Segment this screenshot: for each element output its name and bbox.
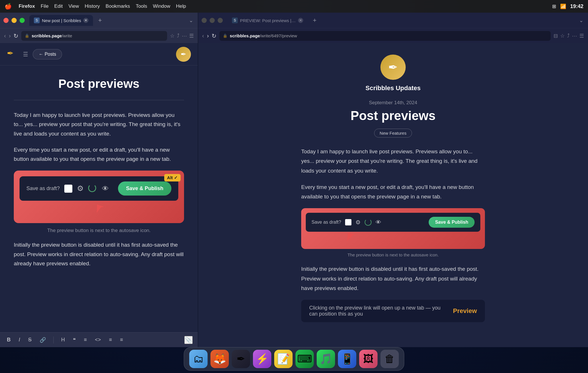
menu-edit[interactable]: Edit (54, 3, 63, 9)
menubar-control-center[interactable]: ⊞ (552, 3, 556, 9)
preview-caption: The preview button is next to the autosa… (347, 252, 439, 257)
apple-menu[interactable]: 🍎 (5, 3, 12, 10)
fmt-italic[interactable]: I (17, 335, 22, 345)
blog-avatar: ✒ (380, 55, 406, 80)
post-title: Post previews (14, 77, 184, 91)
menu-file[interactable]: File (41, 3, 49, 9)
preview-content: ✒ Scribbles Updates September 14th, 2024… (198, 43, 588, 347)
tab-close-left[interactable]: ✕ (83, 18, 88, 23)
menubar-wifi[interactable]: 📶 (560, 3, 566, 9)
traffic-light-close[interactable] (3, 18, 9, 23)
new-tab-btn-right[interactable]: + (310, 16, 319, 25)
tab-bar-chevron-left[interactable]: ⌄ (188, 16, 194, 25)
back-btn-right[interactable]: ‹ (202, 32, 204, 39)
reader-view-btn[interactable]: ⊟ (554, 33, 558, 39)
menu-bookmarks[interactable]: Bookmarks (106, 3, 130, 9)
tl-close-right[interactable] (202, 18, 207, 23)
forward-btn-right[interactable]: › (207, 32, 209, 39)
dock-item-finder[interactable]: 🗂 (189, 350, 208, 368)
browser-left: S New post | Scribbles ✕ + ⌄ ‹ › ↻ 🔒 scr… (0, 13, 198, 347)
dock-item-terminal[interactable]: ⌨ (295, 350, 314, 368)
editor-caption: The preview button is next to the autosa… (14, 228, 184, 233)
back-btn-left[interactable]: ‹ (4, 32, 6, 39)
fmt-link[interactable]: 🔗 (38, 335, 48, 345)
tab-bar-chevron-right[interactable]: ⌄ (578, 16, 585, 25)
dock-item-simulator[interactable]: 📱 (338, 350, 356, 368)
preview-bar-text: Clicking on the preview link will open u… (309, 305, 448, 317)
traffic-light-maximize[interactable] (20, 18, 25, 23)
menu-firefox[interactable]: Firefox (19, 3, 35, 9)
fmt-attach[interactable]: 📎 (184, 336, 193, 344)
menu-btn-left[interactable]: ☰ (189, 33, 194, 39)
fmt-list-ul[interactable]: ≡ (107, 335, 114, 345)
editor-area: ✒ ☰ ← Posts ✒ Post previews Today I am h… (0, 43, 198, 347)
post-paragraph-1: Today I am happy to launch live post pre… (14, 111, 184, 138)
tab-icon-left: S (34, 18, 40, 23)
save-publish-btn[interactable]: Save & Publish (118, 181, 171, 196)
refresh-btn-left[interactable]: ↻ (13, 32, 18, 39)
tab-bar-left: S New post | Scribbles ✕ + ⌄ (0, 13, 198, 28)
bookmark-star-left[interactable]: ☆ (170, 33, 175, 39)
tab-active-left[interactable]: S New post | Scribbles ✕ (29, 15, 93, 26)
hamburger-menu[interactable]: ☰ (23, 51, 28, 58)
fmt-align[interactable]: ≡ (82, 335, 89, 345)
fmt-bold[interactable]: B (5, 335, 12, 345)
refresh-btn-right[interactable]: ↻ (212, 32, 216, 39)
editor-header: ✒ ☰ ← Posts ✒ (0, 43, 198, 65)
share-btn-right[interactable]: ⤴ (567, 33, 570, 39)
draft-checkbox[interactable] (64, 185, 72, 193)
dock-item-trash[interactable]: 🗑 (380, 350, 399, 368)
forward-btn-left[interactable]: › (9, 32, 11, 39)
preview-toolbar: Save as draft? ⚙ 👁 Save & Publish (306, 213, 480, 232)
editor-main[interactable]: Post previews Today I am happy to launch… (0, 65, 198, 332)
preview-area: ✒ Scribbles Updates September 14th, 2024… (198, 43, 588, 347)
settings-gear-icon[interactable]: ⚙ (77, 184, 84, 193)
share-btn-left[interactable]: ⤴ (177, 33, 179, 39)
tl-min-right[interactable] (210, 18, 215, 23)
p-save-publish-btn[interactable]: Save & Publish (429, 217, 475, 228)
p-draft-checkbox[interactable] (345, 219, 351, 225)
traffic-light-minimize[interactable] (11, 18, 17, 23)
address-bar-right[interactable]: 🔒 scribbles.page/write/6497/preview (219, 31, 551, 41)
fmt-strike[interactable]: S (26, 335, 33, 345)
menu-tools[interactable]: Tools (136, 3, 147, 9)
post-paragraph-3: Initially the preview button is disabled… (14, 240, 184, 268)
extensions-btn-right[interactable]: ⋯ (572, 33, 577, 39)
menu-help[interactable]: Help (176, 3, 186, 9)
p-gear-icon[interactable]: ⚙ (355, 219, 361, 226)
menu-window[interactable]: Window (153, 3, 170, 9)
dock-item-notes[interactable]: 📝 (274, 350, 293, 368)
fmt-heading[interactable]: H (59, 335, 67, 345)
tl-max-right[interactable] (218, 18, 223, 23)
tab-close-right[interactable]: ✕ (298, 18, 303, 23)
bookmark-star-right[interactable]: ☆ (560, 33, 565, 39)
preview-overlay-bar: Clicking on the preview link will open u… (301, 300, 485, 322)
user-avatar-left[interactable]: ✒ (176, 47, 191, 62)
post-body-2[interactable]: Initially the preview button is disabled… (14, 240, 184, 268)
new-tab-btn-left[interactable]: + (95, 16, 105, 25)
posts-button[interactable]: ← Posts (33, 49, 62, 59)
dock-item-spotify[interactable]: 🎵 (317, 350, 335, 368)
traffic-lights-left (3, 18, 25, 23)
fmt-quote[interactable]: ❝ (71, 335, 78, 345)
preview-link-label[interactable]: Preview (453, 307, 477, 315)
menu-view[interactable]: View (68, 3, 79, 9)
address-bar-left[interactable]: 🔒 scribbles.page/write (21, 31, 167, 41)
fmt-list-ol[interactable]: ≡ (118, 335, 125, 345)
fmt-code[interactable]: <> (93, 335, 103, 345)
preview-eye-icon[interactable]: 👁 (102, 185, 109, 193)
dock-item-scribbles[interactable]: ✒ (232, 350, 250, 368)
tab-active-right[interactable]: S PREVIEW: Post previews | Scrib: ✕ (227, 15, 308, 26)
browser-right: S PREVIEW: Post previews | Scrib: ✕ + ⌄ … (198, 13, 588, 347)
dock-item-warp[interactable]: ⚡ (253, 350, 271, 368)
menu-history[interactable]: History (85, 3, 100, 9)
dock-item-photos[interactable]: 🖼 (359, 350, 378, 368)
p-eye-icon[interactable]: 👁 (376, 219, 381, 226)
blog-body: Today I am happy to launch live post pre… (301, 147, 485, 208)
menu-btn-right[interactable]: ☰ (579, 33, 584, 39)
post-body[interactable]: Today I am happy to launch live post pre… (14, 111, 184, 164)
dock: 🗂 🦊 ✒ ⚡ 📝 ⌨ 🎵 📱 🖼 🗑 (184, 347, 404, 371)
tag-badge[interactable]: New Features (374, 129, 412, 138)
dock-item-firefox[interactable]: 🦊 (210, 350, 229, 368)
extensions-btn-left[interactable]: ⋯ (182, 33, 187, 39)
